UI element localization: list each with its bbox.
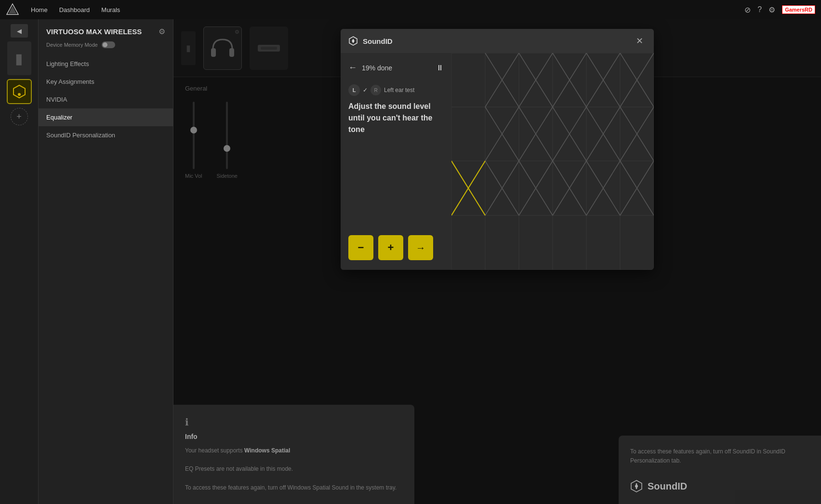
info-panel-title: Info <box>185 433 403 440</box>
device-memory-row: Device Memory Mode <box>39 41 173 55</box>
sidebar-item-equalizer[interactable]: Equalizer <box>39 108 173 126</box>
nav-dashboard[interactable]: Dashboard <box>59 6 90 13</box>
info-panel-left: ℹ Info Your headset supports Windows Spa… <box>173 405 414 504</box>
modal-back-button[interactable]: ← <box>348 63 357 73</box>
info-panel-right-text: To access these features again, turn off… <box>630 447 809 465</box>
topnav: Home Dashboard Murals ⊘ ? ⚙ GamersRD <box>0 0 821 19</box>
ear-check-icon: ✓ <box>363 87 368 93</box>
info-panel-text: Your headset supports Windows Spatial EQ… <box>185 446 403 492</box>
sidebar-item-key-assignments[interactable]: Key Assignments <box>39 73 173 91</box>
modal-grid-visualization <box>451 53 654 270</box>
active-device-icon[interactable] <box>7 79 32 104</box>
volume-increase-button[interactable]: + <box>378 235 403 260</box>
question-icon[interactable]: ? <box>757 5 762 14</box>
right-ear-badge: R <box>371 85 381 95</box>
ear-test-label: Left ear test <box>384 87 414 93</box>
nav-murals[interactable]: Murals <box>101 6 120 13</box>
svg-point-63 <box>635 485 638 488</box>
svg-marker-1 <box>9 6 16 13</box>
device-memory-toggle[interactable] <box>102 41 115 48</box>
device-memory-label: Device Memory Mode <box>46 42 98 48</box>
main-content: ▮ ⚙ General <box>173 19 821 504</box>
next-button[interactable]: → <box>408 235 433 260</box>
device-name: VIRTUOSO MAX WIRELESS <box>46 27 142 37</box>
left-panel: ◀ ▮ + <box>0 19 39 504</box>
modal-title-row: SoundID <box>348 36 393 46</box>
modal-progress-text: 19% done <box>362 64 431 72</box>
svg-point-14 <box>352 40 355 42</box>
device-thumb-icon-1: ▮ <box>15 50 23 67</box>
modal-pause-button[interactable]: ⏸ <box>436 64 444 72</box>
topnav-right: ⊘ ? ⚙ GamersRD <box>744 5 815 14</box>
modal-body: ← 19% done ⏸ L ✓ R Left ear test Adjust … <box>341 53 654 270</box>
info-panel-right: To access these features again, turn off… <box>619 436 821 504</box>
help-circle-icon[interactable]: ⊘ <box>744 5 751 14</box>
device-header: VIRTUOSO MAX WIRELESS ⚙ <box>39 19 173 41</box>
nav-home[interactable]: Home <box>31 6 48 13</box>
ear-test-row: L ✓ R Left ear test <box>348 84 444 96</box>
sidebar-item-lighting[interactable]: Lighting Effects <box>39 55 173 73</box>
grid-svg <box>451 53 654 270</box>
expand-button[interactable]: ◀ <box>11 24 28 38</box>
svg-marker-2 <box>13 85 25 98</box>
left-ear-badge: L <box>348 84 360 96</box>
modal-nav-row: ← 19% done ⏸ <box>348 63 444 73</box>
modal-header: SoundID ✕ <box>341 29 654 53</box>
volume-decrease-button[interactable]: − <box>348 235 373 260</box>
modal-buttons: − + → <box>348 235 444 260</box>
settings-icon[interactable]: ⚙ <box>768 5 775 14</box>
device-thumbnail-1[interactable]: ▮ <box>7 41 31 75</box>
sidebar: VIRTUOSO MAX WIRELESS ⚙ Device Memory Mo… <box>39 19 173 504</box>
device-settings-icon[interactable]: ⚙ <box>159 27 165 36</box>
svg-point-3 <box>18 93 21 96</box>
modal-instruction: Adjust the sound level until you can't h… <box>348 101 444 135</box>
sidebar-item-soundid[interactable]: SoundID Personalization <box>39 126 173 144</box>
soundid-brand-icon <box>630 480 643 492</box>
sidebar-nav: Lighting Effects Key Assignments NVIDIA … <box>39 55 173 144</box>
soundid-logo-area: SoundID <box>630 480 809 492</box>
info-icon: ℹ <box>185 416 403 428</box>
add-device-button[interactable]: + <box>11 108 28 125</box>
main-layout: ◀ ▮ + VIRTUOSO MAX WIRELESS ⚙ Device Mem… <box>0 19 821 504</box>
gamers-rd-badge: GamersRD <box>782 5 815 14</box>
modal-left-panel: ← 19% done ⏸ L ✓ R Left ear test Adjust … <box>341 53 451 270</box>
soundid-modal: SoundID ✕ ← 19% done ⏸ L <box>341 29 654 270</box>
corsair-logo-icon <box>6 3 19 16</box>
sidebar-item-nvidia[interactable]: NVIDIA <box>39 91 173 108</box>
hexagon-icon <box>12 84 26 99</box>
soundid-logo-text: SoundID <box>648 481 687 492</box>
modal-close-button[interactable]: ✕ <box>633 35 646 47</box>
modal-title: SoundID <box>363 37 393 45</box>
soundid-logo-icon <box>348 36 358 46</box>
